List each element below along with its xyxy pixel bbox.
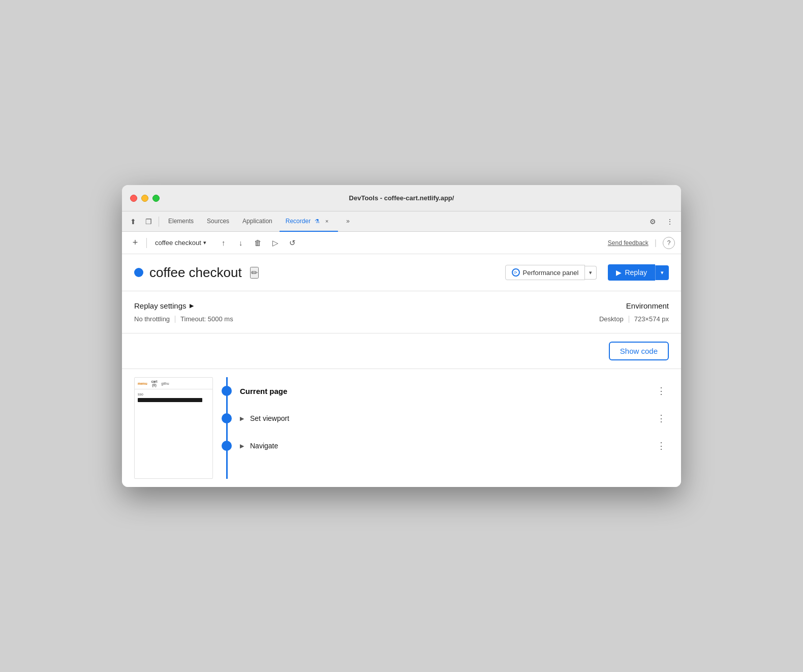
thumb-content: sso [135, 389, 212, 425]
replay-dropdown-arrow-icon: ▾ [661, 269, 664, 276]
more-options-icon-btn[interactable]: ⋮ [663, 215, 677, 229]
step-2-more-button[interactable]: ⋮ [654, 413, 669, 424]
tab-application[interactable]: Application [236, 211, 279, 232]
settings-gear-icon: ⚙ [650, 218, 656, 226]
replay-play-icon: ▶ [616, 268, 622, 277]
step-2-label: Set viewport [250, 414, 654, 422]
perf-dropdown-arrow-icon: ▾ [589, 269, 592, 276]
cursor-icon-btn[interactable]: ⬆ [126, 215, 140, 229]
perf-panel-group: ⟳ Performance panel ▾ [505, 265, 597, 280]
step-1-more-button[interactable]: ⋮ [654, 385, 669, 396]
step-current-page: Current page ⋮ [215, 377, 669, 405]
thumb-cart-label: cart (0) [151, 380, 158, 387]
export-recording-button[interactable]: ↑ [217, 236, 231, 250]
close-button[interactable] [130, 195, 137, 202]
toolbar-divider-feedback: | [655, 238, 657, 248]
replay-settings-toggle[interactable]: Replay settings ▶ [134, 301, 599, 310]
timeout-label: Timeout: 5000 ms [180, 315, 233, 323]
step-3-more-button[interactable]: ⋮ [654, 440, 669, 451]
close-recorder-tab-icon[interactable]: × [322, 216, 332, 226]
tab-divider-1 [159, 217, 159, 227]
preview-col: menu cart (0) githu sso [134, 377, 215, 479]
step-1-dot [222, 386, 232, 396]
no-throttling-label: No throttling [134, 315, 170, 323]
settings-details: No throttling Timeout: 5000 ms [134, 315, 599, 323]
step-3-more-icon: ⋮ [657, 441, 666, 451]
steps-area: menu cart (0) githu sso [122, 369, 681, 487]
pencil-icon: ✏ [251, 268, 258, 277]
delete-icon: 🗑 [254, 238, 262, 247]
layers-icon: ❐ [145, 218, 152, 226]
step-3-expand-arrow-icon: ▶ [240, 443, 244, 449]
recorder-main: coffee checkout ✏ ⟳ Performance panel ▾ … [122, 254, 681, 487]
timeline-steps-col: Current page ⋮ ▶ Set viewport ⋮ [215, 377, 669, 479]
traffic-lights [130, 195, 160, 202]
recording-title: coffee checkout [149, 265, 242, 281]
play-recording-button[interactable]: ▷ [268, 236, 283, 250]
thumb-spacer [138, 407, 209, 422]
recorder-action-icons: ↑ ↓ 🗑 ▷ ↺ [217, 236, 300, 250]
environment-details: Desktop 723×574 px [599, 315, 669, 323]
thumb-navbar: menu cart (0) githu [135, 378, 212, 389]
dropdown-arrow-icon: ▾ [203, 239, 206, 246]
recording-selector[interactable]: coffee checkout ▾ [151, 237, 210, 249]
tab-elements[interactable]: Elements [162, 211, 200, 232]
step-1-content: Current page [240, 387, 654, 395]
thumb-menu-label: menu [138, 382, 147, 385]
devtools-window: DevTools - coffee-cart.netlify.app/ ⬆ ❐ … [122, 185, 681, 487]
settings-separator [175, 316, 175, 323]
step-1-more-icon: ⋮ [657, 386, 666, 396]
performance-panel-button[interactable]: ⟳ Performance panel [505, 265, 585, 280]
replay-button-group: ▶ Replay ▾ [608, 264, 669, 281]
replay-dropdown-button[interactable]: ▾ [655, 265, 669, 280]
step-1-label: Current page [240, 387, 287, 395]
minimize-button[interactable] [141, 195, 148, 202]
titlebar: DevTools - coffee-cart.netlify.app/ [122, 185, 681, 211]
help-button[interactable]: ? [663, 237, 675, 249]
loop-recording-button[interactable]: ↺ [286, 236, 300, 250]
play-icon: ▷ [272, 238, 279, 248]
loop-icon: ↺ [289, 238, 296, 248]
export-icon: ↑ [222, 238, 226, 247]
environment-title: Environment [599, 301, 669, 310]
env-size-label: 723×574 px [634, 315, 669, 323]
settings-right-col: Environment Desktop 723×574 px [599, 301, 669, 323]
new-recording-button[interactable]: + [128, 236, 142, 250]
settings-left-col: Replay settings ▶ No throttling Timeout:… [134, 301, 599, 323]
edit-recording-name-button[interactable]: ✏ [250, 267, 259, 279]
tab-more[interactable]: » [340, 211, 356, 232]
env-separator [629, 316, 629, 323]
page-preview-thumbnail: menu cart (0) githu sso [134, 377, 213, 479]
thumb-bar-1 [138, 398, 202, 402]
recorder-icon: ⚗ [315, 218, 320, 225]
tab-sources[interactable]: Sources [201, 211, 235, 232]
delete-recording-button[interactable]: 🗑 [251, 236, 265, 250]
show-code-button[interactable]: Show code [609, 342, 669, 360]
performance-panel-dropdown-button[interactable]: ▾ [585, 266, 597, 280]
thumb-espresso-label: sso [138, 392, 209, 396]
replay-settings-section: Replay settings ▶ No throttling Timeout:… [122, 291, 681, 333]
maximize-button[interactable] [152, 195, 160, 202]
window-title: DevTools - coffee-cart.netlify.app/ [349, 194, 454, 202]
settings-icon-btn[interactable]: ⚙ [645, 215, 660, 229]
recording-status-dot [134, 268, 143, 277]
cursor-icon: ⬆ [130, 218, 136, 226]
send-feedback-button[interactable]: Send feedback [608, 239, 648, 247]
step-2-more-icon: ⋮ [657, 413, 666, 423]
env-desktop-label: Desktop [599, 315, 624, 323]
step-2-expand-arrow-icon: ▶ [240, 415, 244, 422]
tab-recorder[interactable]: Recorder ⚗ × [280, 211, 338, 232]
step-navigate: ▶ Navigate ⋮ [215, 432, 669, 460]
devtools-tab-bar: ⬆ ❐ Elements Sources Application Recorde… [122, 211, 681, 232]
import-icon: ↓ [239, 238, 243, 247]
import-recording-button[interactable]: ↓ [234, 236, 248, 250]
replay-button[interactable]: ▶ Replay [608, 264, 655, 281]
thumb-github-label: githu [161, 382, 169, 385]
toolbar-divider-1 [146, 238, 147, 248]
tab-right-icons: ⚙ ⋮ [645, 215, 677, 229]
layers-icon-btn[interactable]: ❐ [141, 215, 156, 229]
recording-header: coffee checkout ✏ ⟳ Performance panel ▾ … [122, 254, 681, 291]
more-options-icon: ⋮ [666, 218, 673, 226]
step-3-content: ▶ Navigate [240, 442, 654, 450]
recorder-toolbar: + coffee checkout ▾ ↑ ↓ 🗑 ▷ ↺ Send fee [122, 232, 681, 254]
